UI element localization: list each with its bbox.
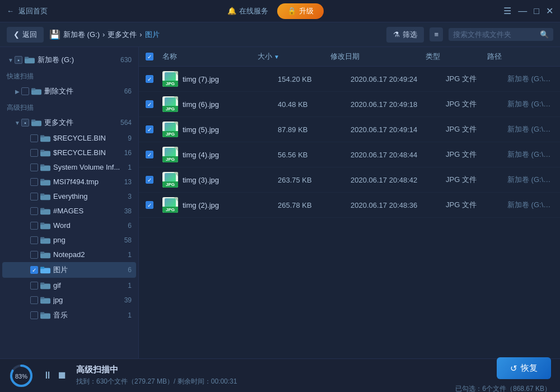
window-minimize-icon[interactable]: — (518, 6, 527, 16)
header-checkbox-col: ✓ (146, 53, 162, 60)
sidebar-count-morefiles: 564 (120, 119, 132, 127)
checkbox-12[interactable] (30, 311, 38, 319)
checkbox-5[interactable] (30, 207, 38, 215)
pause-btn[interactable]: ⏸ (43, 370, 53, 381)
table-row[interactable]: JPG timg (3).jpg 263.75 KB 2020.06.17 20… (139, 167, 560, 193)
header-name: 名称 (162, 52, 258, 62)
sidebar-item-[interactable]: 图片6 (2, 262, 136, 278)
checkbox-6[interactable] (30, 222, 38, 230)
search-box: 🔍 (449, 28, 553, 41)
row-cb-check-1[interactable] (146, 100, 153, 108)
row-checkbox-1[interactable] (146, 100, 162, 108)
svg-rect-19 (40, 222, 44, 225)
row-checkbox-5[interactable] (146, 201, 162, 209)
checkbox-0[interactable] (30, 134, 38, 142)
checkbox-morefiles[interactable] (21, 119, 29, 127)
sort-arrow-icon: ▼ (274, 54, 279, 60)
folder-icon-5 (40, 207, 50, 215)
row-cb-check-4[interactable] (146, 176, 153, 184)
sidebar-count-1: 16 (124, 149, 132, 157)
folder-icon-7 (40, 236, 50, 244)
window-maximize-icon[interactable]: □ (534, 6, 539, 16)
sidebar-item-Everything[interactable]: Everything3 (2, 189, 136, 203)
sidebar-item-MAGES[interactable]: #MAGES38 (2, 204, 136, 218)
cell-date-4: 2020.06.17 20:48:42 (351, 176, 446, 184)
table-row[interactable]: JPG timg (4).jpg 56.56 KB 2020.06.17 20:… (139, 142, 560, 167)
sidebar-item-morefiles[interactable]: ▼ 更多文件 564 (2, 115, 136, 130)
cell-path-2: 新加卷 (G:\更多文件... (507, 124, 553, 134)
sidebar-label-11: jpg (53, 296, 122, 304)
sidebar-item-jpg[interactable]: jpg39 (2, 293, 136, 307)
row-cb-check-5[interactable] (146, 201, 153, 209)
row-checkbox-3[interactable] (146, 151, 162, 158)
status-text-area: 高级扫描中 找到：630个文件（279.27 MB）/ 剩余时间：00:00:3… (76, 365, 446, 386)
file-rows: JPG timg (7).jpg 154.20 KB 2020.06.17 20… (139, 67, 560, 218)
row-checkbox-4[interactable] (146, 176, 162, 184)
file-list: ✓ 名称 大小 ▼ 修改日期 类型 路径 JPG timg (7 (139, 47, 560, 358)
sidebar-item-MSI7f494tmp[interactable]: MSI7f494.tmp13 (2, 175, 136, 189)
table-row[interactable]: JPG timg (5).jpg 87.89 KB 2020.06.17 20:… (139, 117, 560, 142)
checkbox-11[interactable] (30, 296, 38, 304)
row-checkbox-0[interactable] (146, 75, 162, 83)
breadcrumb-sep2: › (139, 30, 142, 39)
row-checkbox-2[interactable] (146, 125, 162, 133)
breadcrumb-disk[interactable]: 新加卷 (G:) (63, 30, 100, 40)
breadcrumb-folder1[interactable]: 更多文件 (108, 30, 137, 40)
table-row[interactable]: JPG timg (2).jpg 265.78 KB 2020.06.17 20… (139, 193, 560, 218)
sidebar-count-4: 3 (128, 193, 132, 200)
cell-size-1: 40.48 KB (278, 100, 351, 109)
restore-btn[interactable]: ↺ 恢复 (497, 357, 551, 379)
select-all-checkbox[interactable]: ✓ (146, 53, 153, 60)
search-input[interactable] (453, 30, 537, 39)
checkbox-10[interactable] (30, 282, 38, 290)
sidebar-item-SystemVolumeInf[interactable]: System Volume Inf...1 (2, 160, 136, 174)
checkbox-4[interactable] (30, 193, 38, 200)
sidebar-label-morefiles: 更多文件 (44, 118, 118, 128)
row-cb-check-2[interactable] (146, 125, 153, 133)
breadcrumb-folder2[interactable]: 图片 (145, 30, 160, 40)
folder-icon-10 (40, 282, 50, 290)
bell-icon: 🔔 (227, 7, 236, 15)
list-view-btn[interactable]: ≡ (430, 27, 443, 41)
svg-rect-7 (40, 135, 44, 137)
file-icon-4: JPG (162, 172, 178, 188)
sidebar-item-[interactable]: 音乐1 (2, 307, 136, 323)
window-close-icon[interactable]: ✕ (546, 6, 553, 16)
table-row[interactable]: JPG timg (6).jpg 40.48 KB 2020.06.17 20:… (139, 92, 560, 117)
window-menu-icon[interactable]: ☰ (503, 6, 511, 16)
checkbox-7[interactable] (30, 236, 38, 244)
sidebar-item-RECYCLEBIN[interactable]: $RECYCLE.BIN9 (2, 131, 136, 145)
sidebar-item-png[interactable]: png58 (2, 233, 136, 247)
checkbox-9[interactable] (30, 266, 38, 274)
sidebar-item-RECYCLEBIN[interactable]: $RECYCLE.BIN16 (2, 146, 136, 160)
checkbox-2[interactable] (30, 164, 38, 171)
back-btn[interactable]: ❮ 返回 (7, 27, 44, 43)
back-home-btn[interactable]: ← 返回首页 (7, 6, 48, 16)
folder-icon-3 (40, 178, 50, 186)
checkbox-root[interactable] (15, 56, 22, 64)
sidebar-count-9: 6 (128, 266, 132, 274)
checkbox-8[interactable] (30, 251, 38, 259)
filter-btn[interactable]: ⚗ 筛选 (386, 27, 424, 43)
sidebar-item-Word[interactable]: Word6 (2, 218, 136, 232)
sidebar-item-delete[interactable]: ▶ 删除文件 66 (2, 83, 136, 99)
row-cb-check-3[interactable] (146, 151, 153, 158)
checkbox-delete[interactable] (21, 87, 29, 95)
stop-btn[interactable]: ⏹ (57, 370, 67, 381)
header-size[interactable]: 大小 ▼ (258, 52, 330, 62)
folder-icon-1 (40, 149, 50, 157)
row-cb-check-0[interactable] (146, 75, 153, 83)
sidebar-item-Notepad2[interactable]: Notepad21 (2, 248, 136, 262)
sidebar-count-0: 9 (128, 134, 132, 142)
sidebar-item-gif[interactable]: gif1 (2, 278, 136, 292)
upgrade-btn[interactable]: 🔒 升级 (277, 3, 324, 19)
cell-name-2: timg (5).jpg (183, 125, 278, 134)
sidebar-item-root[interactable]: ▼ 新加卷 (G:) 630 (2, 52, 136, 68)
checkbox-3[interactable] (30, 178, 38, 186)
service-btn[interactable]: 🔔 在线服务 (227, 6, 268, 16)
table-row[interactable]: JPG timg (7).jpg 154.20 KB 2020.06.17 20… (139, 67, 560, 92)
sidebar-count-12: 1 (128, 311, 132, 319)
sidebar-label-6: Word (53, 221, 125, 230)
checkbox-1[interactable] (30, 149, 38, 157)
search-icon[interactable]: 🔍 (540, 30, 549, 39)
